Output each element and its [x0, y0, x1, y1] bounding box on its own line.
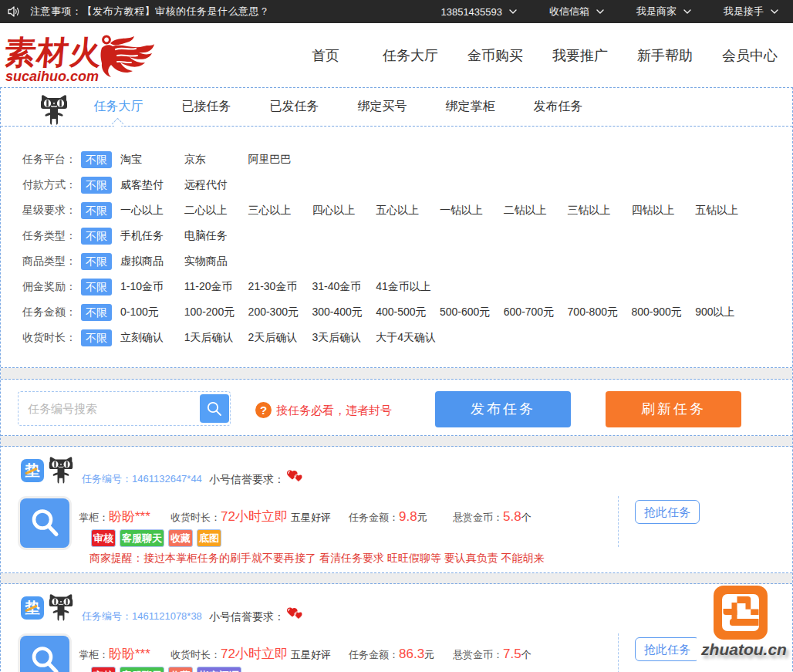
- nav-item-1[interactable]: 任务大厅: [368, 46, 453, 65]
- site-logo[interactable]: 素材火 sucaihuo.com: [3, 34, 165, 85]
- nav-item-5[interactable]: 会员中心: [707, 46, 792, 65]
- filter-option[interactable]: 淘宝: [120, 153, 184, 167]
- filter-option[interactable]: 虚拟商品: [120, 255, 184, 268]
- topbar-menu-0[interactable]: 13851435593: [440, 6, 517, 18]
- nav-item-2[interactable]: 金币购买: [453, 46, 538, 65]
- filter-option[interactable]: 11-20金币: [184, 280, 248, 294]
- filter-option[interactable]: 3天后确认: [312, 331, 376, 345]
- filter-option[interactable]: 大于4天确认: [376, 331, 440, 345]
- shop-name: 盼盼***: [109, 509, 150, 524]
- filter-option[interactable]: 800-900元: [631, 306, 695, 319]
- filter-option[interactable]: 威客垫付: [120, 178, 184, 192]
- grab-task-button[interactable]: 抢此任务: [635, 500, 700, 524]
- filter-option[interactable]: 100-200元: [184, 306, 248, 319]
- filter-option[interactable]: 1-10金币: [120, 280, 184, 294]
- filter-option[interactable]: 实物商品: [184, 255, 248, 268]
- topbar-menu-3[interactable]: 我是接手: [724, 5, 778, 19]
- filter-option[interactable]: 31-40金币: [312, 280, 376, 294]
- nav-item-3[interactable]: 我要推广: [538, 46, 623, 65]
- task-tag[interactable]: 底图: [197, 529, 221, 547]
- filter-any-chip[interactable]: 不限: [81, 253, 112, 270]
- subnav-tab-1[interactable]: 已接任务: [181, 99, 231, 115]
- amount-label: 任务金额：: [349, 649, 399, 660]
- filter-option[interactable]: 1天后确认: [184, 331, 248, 345]
- publish-task-button[interactable]: 发布任务: [435, 391, 571, 427]
- task-tags: 审核客服聊天收藏底图: [91, 529, 225, 547]
- filter-option[interactable]: 700-800元: [568, 306, 632, 319]
- subnav-tab-0[interactable]: 任务大厅: [93, 99, 143, 115]
- filter-option[interactable]: 600-700元: [504, 306, 568, 319]
- search-button[interactable]: [200, 394, 229, 423]
- topbar: 注意事项：【发布方教程】审核的任务是什么意思？ 13851435593收信信箱我…: [0, 0, 793, 23]
- filter-option[interactable]: 0-100元: [120, 306, 184, 319]
- filter-row-7: 收货时长：不限立刻确认1天后确认2天后确认3天后确认大于4天确认: [1, 325, 792, 350]
- amount-unit: 元: [417, 512, 427, 523]
- section-divider: [1, 573, 792, 584]
- grab-task-button[interactable]: 抢此任务: [635, 637, 700, 661]
- filter-option[interactable]: 三心以上: [248, 204, 312, 218]
- topbar-notice[interactable]: 注意事项：【发布方教程】审核的任务是什么意思？: [30, 5, 270, 19]
- filter-option[interactable]: 二钻以上: [504, 204, 568, 218]
- filter-label: 任务金额：: [22, 306, 81, 319]
- subnav-tab-4[interactable]: 绑定掌柜: [445, 99, 495, 115]
- reward-value: 5.8: [503, 509, 521, 524]
- hearts-icon: [286, 606, 304, 626]
- filter-option[interactable]: 远程代付: [184, 178, 248, 192]
- filter-any-chip[interactable]: 不限: [81, 329, 112, 346]
- task-tag[interactable]: 收藏: [168, 667, 193, 672]
- tmall-cat-icon: [39, 93, 69, 129]
- task-tag[interactable]: 审核: [91, 667, 116, 672]
- filter-option[interactable]: 四钻以上: [631, 204, 695, 218]
- filter-option[interactable]: 一钻以上: [440, 204, 504, 218]
- filter-option[interactable]: 四心以上: [312, 204, 376, 218]
- subnav-tab-2[interactable]: 已发任务: [269, 99, 319, 115]
- filter-option[interactable]: 二心以上: [184, 204, 248, 218]
- amount-label: 任务金额：: [349, 512, 399, 523]
- vertical-divider: [618, 633, 619, 672]
- subnav-tab-3[interactable]: 绑定买号: [357, 99, 407, 115]
- nav-item-4[interactable]: 新手帮助: [623, 46, 707, 65]
- filter-option[interactable]: 阿里巴巴: [248, 153, 312, 167]
- filter-option[interactable]: 2天后确认: [248, 331, 312, 345]
- task-tag[interactable]: 客服聊天: [120, 529, 164, 547]
- filter-any-chip[interactable]: 不限: [81, 202, 112, 219]
- topbar-menu-1[interactable]: 收信信箱: [549, 5, 604, 19]
- filter-any-chip[interactable]: 不限: [81, 151, 112, 168]
- subnav-tab-5[interactable]: 发布任务: [533, 99, 583, 115]
- refresh-task-button[interactable]: 刷新任务: [606, 391, 741, 427]
- task-tag[interactable]: 客服聊天: [120, 667, 164, 672]
- help-icon[interactable]: ?: [255, 402, 272, 418]
- task-tag[interactable]: 审核: [91, 529, 116, 547]
- subnav-tab-label: 发布任务: [534, 100, 583, 113]
- filter-any-chip[interactable]: 不限: [81, 177, 112, 194]
- filter-option[interactable]: 电脑任务: [184, 229, 248, 243]
- topbar-menu-2[interactable]: 我是商家: [636, 5, 691, 19]
- task-number[interactable]: 任务编号：1461132647*44: [82, 471, 202, 487]
- task-number[interactable]: 任务编号：1461121078*38: [82, 609, 202, 624]
- filter-any-chip[interactable]: 不限: [81, 279, 112, 295]
- filter-option[interactable]: 三钻以上: [568, 204, 632, 218]
- filter-option[interactable]: 500-600元: [440, 306, 504, 319]
- subnav-tab-label: 已接任务: [182, 100, 231, 113]
- filter-option[interactable]: 一心以上: [120, 204, 184, 218]
- filter-option[interactable]: 200-300元: [248, 306, 312, 319]
- filter-option[interactable]: 41金币以上: [376, 280, 440, 294]
- filter-row-1: 付款方式：不限威客垫付远程代付: [1, 172, 792, 198]
- filter-option[interactable]: 21-30金币: [248, 280, 312, 294]
- task-tag[interactable]: 指定评语: [197, 667, 241, 672]
- filter-option[interactable]: 900以上: [695, 306, 759, 319]
- filter-option[interactable]: 手机任务: [120, 229, 184, 243]
- filter-option[interactable]: 五心以上: [376, 204, 440, 218]
- filter-any-chip[interactable]: 不限: [81, 228, 112, 245]
- nav-item-0[interactable]: 首页: [283, 46, 368, 65]
- filter-option[interactable]: 立刻确认: [120, 331, 184, 345]
- filter-option[interactable]: 300-400元: [312, 306, 376, 319]
- filter-option[interactable]: 五钻以上: [695, 204, 759, 218]
- filter-any-chip[interactable]: 不限: [81, 304, 112, 321]
- filter-options: 虚拟商品实物商品: [120, 254, 248, 268]
- filter-option[interactable]: 京东: [184, 153, 248, 167]
- task-tag[interactable]: 收藏: [168, 529, 193, 547]
- search-input[interactable]: [18, 391, 231, 426]
- filter-option[interactable]: 400-500元: [376, 306, 440, 319]
- shop-label: 掌柜：: [79, 649, 109, 660]
